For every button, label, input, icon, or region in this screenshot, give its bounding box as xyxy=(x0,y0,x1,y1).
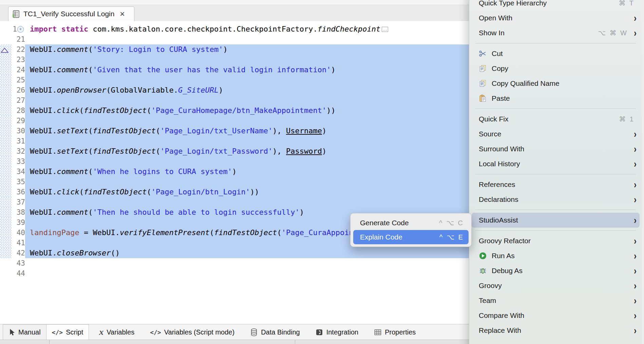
menu-item-label: Paste xyxy=(492,94,510,102)
menu-item-label: Local History xyxy=(479,160,520,168)
view-tab-label: Variables (Script mode) xyxy=(164,328,234,336)
close-tab-icon[interactable]: ✕ xyxy=(119,10,125,18)
line-number: 34 xyxy=(12,167,25,177)
copy-qualified-icon xyxy=(479,79,489,88)
gutter-marker-column xyxy=(0,136,12,146)
gutter-marker-column xyxy=(0,65,12,75)
katalon-studio-window: TC1_Verify Successful Login ✕ 1+import s… xyxy=(0,0,644,344)
line-number: 22 xyxy=(12,44,25,55)
cursor-icon xyxy=(8,328,15,336)
chevron-right-icon: › xyxy=(634,27,637,39)
run-icon xyxy=(479,252,489,260)
chevron-right-icon: › xyxy=(634,194,637,206)
menu-item-label: Surround With xyxy=(479,145,524,153)
menu-item-label: Replace With xyxy=(479,326,521,335)
menu-item-references[interactable]: References› xyxy=(469,177,642,192)
menu-shortcut: ⌘ T xyxy=(619,0,634,7)
line-number: 26 xyxy=(12,85,25,95)
line-number: 24 xyxy=(12,65,25,75)
gutter-marker-column xyxy=(0,146,12,156)
line-number: 29 xyxy=(12,116,25,126)
menu-item-label: Run As xyxy=(492,252,515,260)
copy-icon xyxy=(479,64,489,73)
line-number: 28 xyxy=(12,106,25,116)
menu-item-team[interactable]: Team› xyxy=(469,293,642,308)
menu-separator xyxy=(475,109,636,109)
gutter-marker-column xyxy=(0,228,12,238)
context-menu: Quick Type Hierarchy⌘ TOpen With›Show In… xyxy=(469,0,642,344)
view-tab-properties[interactable]: Properties xyxy=(368,324,421,340)
menu-item-run-as[interactable]: Run As› xyxy=(469,248,642,263)
gutter-marker-column xyxy=(0,217,12,228)
menu-item-replace-with[interactable]: Replace With› xyxy=(469,323,642,338)
gutter-marker-column xyxy=(0,34,12,44)
menu-shortcut: ⌥ ⌘ W xyxy=(598,29,628,37)
view-tab-data-binding[interactable]: Data Binding xyxy=(245,324,305,340)
submenu-item-label: Explain Code xyxy=(360,233,402,241)
menu-separator xyxy=(475,174,636,174)
menu-item-label: Copy Qualified Name xyxy=(492,79,560,88)
gutter-marker-column xyxy=(0,197,12,207)
menu-item-studioassist[interactable]: StudioAssist› xyxy=(472,213,640,228)
view-tab-label: Integration xyxy=(326,328,359,336)
window-right-edge xyxy=(642,0,644,344)
submenu-item-label: Generate Code xyxy=(360,219,409,227)
menu-item-source[interactable]: Source› xyxy=(469,127,642,141)
paste-icon xyxy=(479,94,489,102)
menu-item-label: StudioAssist xyxy=(479,216,518,224)
menu-item-copy-qualified-name[interactable]: Copy Qualified Name xyxy=(469,76,642,91)
menu-separator xyxy=(475,230,636,231)
line-number: 36 xyxy=(12,187,25,197)
submenu-item-explain-code[interactable]: Explain Code^ ⌥ E xyxy=(353,230,469,244)
fold-expand-icon[interactable]: + xyxy=(17,26,24,33)
debug-icon xyxy=(479,267,489,275)
line-number: 1+ xyxy=(12,24,25,34)
view-tab-integration[interactable]: Integration xyxy=(310,324,364,340)
chevron-right-icon: › xyxy=(634,235,637,247)
view-tab-variables-script-mode-[interactable]: </>Variables (Script mode) xyxy=(145,324,240,340)
studioassist-submenu: Generate Code^ ⌥ CExplain Code^ ⌥ E xyxy=(350,213,472,247)
gutter-marker-column xyxy=(0,126,12,136)
properties-icon xyxy=(374,328,382,336)
menu-item-quick-type-hierarchy[interactable]: Quick Type Hierarchy⌘ T xyxy=(469,0,642,11)
gutter-marker-column xyxy=(0,44,12,55)
line-number: 37 xyxy=(12,197,25,207)
menu-item-groovy-refactor[interactable]: Groovy Refactor› xyxy=(469,233,642,248)
menu-item-local-history[interactable]: Local History› xyxy=(469,156,642,171)
menu-item-declarations[interactable]: Declarations› xyxy=(469,192,642,207)
menu-item-quick-fix[interactable]: Quick Fix⌘ 1 xyxy=(469,112,642,127)
menu-item-label: Cut xyxy=(492,50,503,58)
view-tab-variables[interactable]: xVariables xyxy=(94,324,140,340)
submenu-item-generate-code[interactable]: Generate Code^ ⌥ C xyxy=(351,216,471,230)
view-tab-script[interactable]: </>Script xyxy=(46,324,89,340)
chevron-right-icon: › xyxy=(634,280,637,292)
gutter-marker-column xyxy=(0,187,12,197)
menu-item-open-with[interactable]: Open With› xyxy=(469,11,642,25)
menu-item-debug-as[interactable]: Debug As› xyxy=(469,263,642,278)
menu-item-label: Debug As xyxy=(492,267,523,275)
menu-item-label: Open With xyxy=(479,14,512,22)
chevron-right-icon: › xyxy=(634,265,637,277)
chevron-right-icon: › xyxy=(634,325,637,337)
chevron-right-icon: › xyxy=(634,143,637,155)
view-tab-manual[interactable]: Manual xyxy=(3,324,46,340)
code-icon: </> xyxy=(150,329,161,336)
menu-item-surround-with[interactable]: Surround With› xyxy=(469,141,642,156)
menu-item-compare-with[interactable]: Compare With› xyxy=(469,308,642,323)
menu-item-label: Source xyxy=(479,130,501,138)
collapsed-region-badge[interactable]: .. xyxy=(382,27,388,32)
line-number: 41 xyxy=(12,238,25,248)
menu-item-show-in[interactable]: Show In⌥ ⌘ W› xyxy=(469,25,642,40)
menu-item-cut[interactable]: Cut xyxy=(469,46,642,61)
menu-item-copy[interactable]: Copy xyxy=(469,61,642,76)
menu-item-paste[interactable]: Paste xyxy=(469,91,642,106)
gutter-marker-column xyxy=(0,55,12,65)
editor-tab-tc1[interactable]: TC1_Verify Successful Login ✕ xyxy=(8,6,134,21)
line-number: 35 xyxy=(12,177,25,187)
submenu-shortcut: ^ ⌥ C xyxy=(439,219,464,227)
variables-icon: x xyxy=(99,329,103,336)
gutter-marker-column xyxy=(0,75,12,85)
line-number: 33 xyxy=(12,156,25,167)
line-number: 31 xyxy=(12,136,25,146)
menu-item-groovy[interactable]: Groovy› xyxy=(469,278,642,293)
